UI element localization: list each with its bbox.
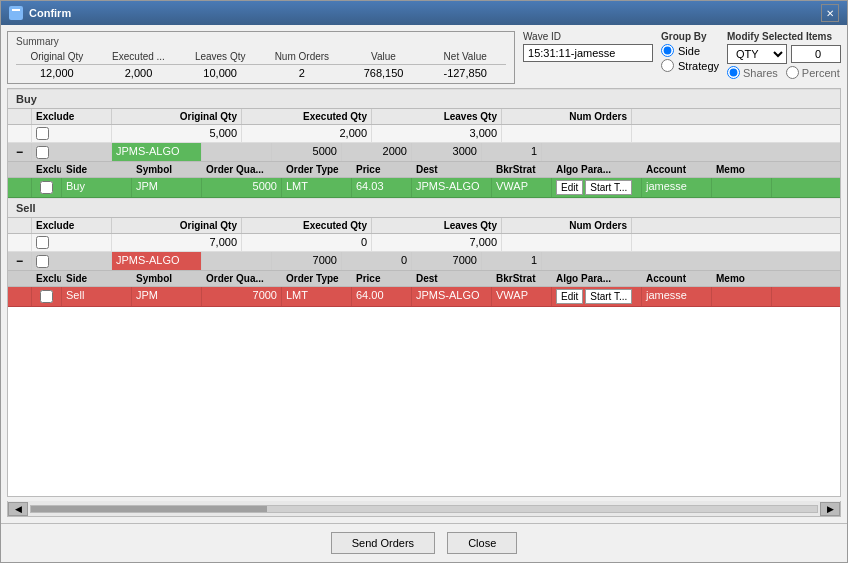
buy-exclude-all-checkbox[interactable] — [36, 127, 49, 140]
send-orders-button[interactable]: Send Orders — [331, 532, 435, 554]
sell-detail-dest: JPMS-ALGO — [412, 287, 492, 306]
sell-detail-col-orderqty-hdr: Order Qua... — [202, 271, 282, 286]
col-value-net-value: -127,850 — [424, 67, 506, 79]
sell-detail-symbol: JPM — [132, 287, 202, 306]
modify-qty-select[interactable]: QTY — [727, 44, 787, 64]
buy-group-destination: JPMS-ALGO — [112, 143, 202, 161]
buy-totals-checkbox-cell — [32, 125, 112, 142]
group-by-strategy-label: Strategy — [678, 60, 719, 72]
hscroll-thumb — [31, 506, 267, 512]
buy-group-checkbox[interactable] — [36, 146, 49, 159]
close-button[interactable]: Close — [447, 532, 517, 554]
buy-leaves-qty-value: 3,000 — [372, 125, 502, 142]
wave-id-input[interactable] — [523, 44, 653, 62]
buy-detail-header: Exclude Side Symbol Order Qua... Order T… — [8, 162, 840, 178]
group-by-side-label: Side — [678, 45, 700, 57]
sell-col-exclude-header: Exclude — [32, 218, 112, 233]
buy-group-row: − JPMS-ALGO 5000 2000 3000 1 — [8, 143, 840, 162]
summary-col-leaves-qty: Leaves Qty 10,000 — [179, 51, 261, 79]
buy-detail-checkbox[interactable] — [40, 181, 53, 194]
hscroll-left-btn[interactable]: ◀ — [8, 502, 28, 516]
buy-totals-expand — [8, 125, 32, 142]
summary-col-original-qty: Original Qty 12,000 — [16, 51, 98, 79]
buy-detail-dest: JPMS-ALGO — [412, 178, 492, 197]
sell-group-checkbox-cell — [32, 252, 112, 270]
sell-detail-memo — [712, 287, 772, 306]
buy-col-leaves-qty-header: Leaves Qty — [372, 109, 502, 124]
buy-col-executed-qty-header: Executed Qty — [242, 109, 372, 124]
buy-edit-button[interactable]: Edit — [556, 180, 583, 195]
buy-detail-col-expand — [8, 162, 32, 177]
summary-box: Summary Original Qty 12,000 Executed ...… — [7, 31, 515, 84]
sell-edit-button[interactable]: Edit — [556, 289, 583, 304]
sell-group-destination: JPMS-ALGO — [112, 252, 202, 270]
sell-group-executed: 0 — [342, 252, 412, 270]
buy-col-exclude-label: Exclude — [32, 109, 112, 124]
col-value-executed: 2,000 — [98, 67, 180, 79]
buy-detail-col-dest-hdr: Dest — [412, 162, 492, 177]
sell-group-row: − JPMS-ALGO 7000 0 7000 1 — [8, 252, 840, 271]
col-header-original-qty: Original Qty — [16, 51, 98, 65]
scroll-area[interactable]: Buy Exclude Original Qty Executed Qty Le… — [7, 88, 841, 497]
summary-title: Summary — [16, 36, 506, 47]
buy-group-collapse-btn[interactable]: − — [8, 143, 32, 161]
buy-group-executed: 2000 — [342, 143, 412, 161]
buy-detail-price: 64.03 — [352, 178, 412, 197]
buy-detail-col-algoparams-hdr: Algo Para... — [552, 162, 642, 177]
sell-detail-side: Sell — [62, 287, 132, 306]
sell-col-expand-header — [8, 218, 32, 233]
hscroll-right-btn[interactable]: ▶ — [820, 502, 840, 516]
buy-start-button[interactable]: Start T... — [585, 180, 632, 195]
top-area: Summary Original Qty 12,000 Executed ...… — [7, 31, 841, 84]
modify-label: Modify Selected Items — [727, 31, 841, 42]
buy-detail-memo — [712, 178, 772, 197]
buy-detail-col-symbol-hdr: Symbol — [132, 162, 202, 177]
buy-group-checkbox-cell — [32, 143, 112, 161]
sell-detail-col-memo-hdr: Memo — [712, 271, 772, 286]
sell-col-num-orders-header: Num Orders — [502, 218, 632, 233]
sell-detail-algo-cell: Edit Start T... — [552, 287, 642, 306]
summary-col-executed: Executed ... 2,000 — [98, 51, 180, 79]
buy-detail-symbol: JPM — [132, 178, 202, 197]
sell-detail-bkrstrat: VWAP — [492, 287, 552, 306]
group-by-strategy-row: Strategy — [661, 59, 719, 72]
summary-col-value: Value 768,150 — [343, 51, 425, 79]
sell-detail-checkbox[interactable] — [40, 290, 53, 303]
hscrollbar[interactable]: ◀ ▶ — [7, 501, 841, 517]
sell-detail-col-account-hdr: Account — [642, 271, 712, 286]
sell-col-leaves-qty-header: Leaves Qty — [372, 218, 502, 233]
modify-percent-radio[interactable] — [786, 66, 799, 79]
buy-detail-col-bkrstrat-hdr: BkrStrat — [492, 162, 552, 177]
sell-detail-col-ordertype-hdr: Order Type — [282, 271, 352, 286]
col-header-net-value: Net Value — [424, 51, 506, 65]
group-by-side-radio[interactable] — [661, 44, 674, 57]
buy-totals-row: 5,000 2,000 3,000 — [8, 125, 840, 143]
sell-group-checkbox[interactable] — [36, 255, 49, 268]
wave-id-label: Wave ID — [523, 31, 653, 42]
sell-section: Sell Exclude Original Qty Executed Qty L… — [8, 198, 840, 307]
buy-col-exclude-header — [8, 109, 32, 124]
confirm-window: Confirm ✕ Summary Original Qty 12,000 Ex… — [0, 0, 848, 563]
col-header-leaves-qty: Leaves Qty — [179, 51, 261, 65]
group-by-strategy-radio[interactable] — [661, 59, 674, 72]
group-by-label: Group By — [661, 31, 719, 42]
modify-qty-input[interactable] — [791, 45, 841, 63]
sell-totals-checkbox-cell — [32, 234, 112, 251]
sell-totals-row: 7,000 0 7,000 — [8, 234, 840, 252]
sell-detail-expand — [8, 287, 32, 306]
window-close-button[interactable]: ✕ — [821, 4, 839, 22]
sell-start-button[interactable]: Start T... — [585, 289, 632, 304]
buy-detail-ordertype: LMT — [282, 178, 352, 197]
footer: Send Orders Close — [1, 523, 847, 562]
sell-detail-checkbox-cell — [32, 287, 62, 306]
buy-executed-qty-value: 2,000 — [242, 125, 372, 142]
sell-group-collapse-btn[interactable]: − — [8, 252, 32, 270]
modify-shares-radio[interactable] — [727, 66, 740, 79]
sell-detail-col-symbol-hdr: Symbol — [132, 271, 202, 286]
sell-detail-col-exclude-hdr: Exclude — [32, 271, 62, 286]
sell-exclude-all-checkbox[interactable] — [36, 236, 49, 249]
modify-controls: QTY — [727, 44, 841, 64]
sell-col-original-qty-header: Original Qty — [112, 218, 242, 233]
sell-detail-col-algoparams-hdr: Algo Para... — [552, 271, 642, 286]
sell-detail-col-side-hdr: Side — [62, 271, 132, 286]
